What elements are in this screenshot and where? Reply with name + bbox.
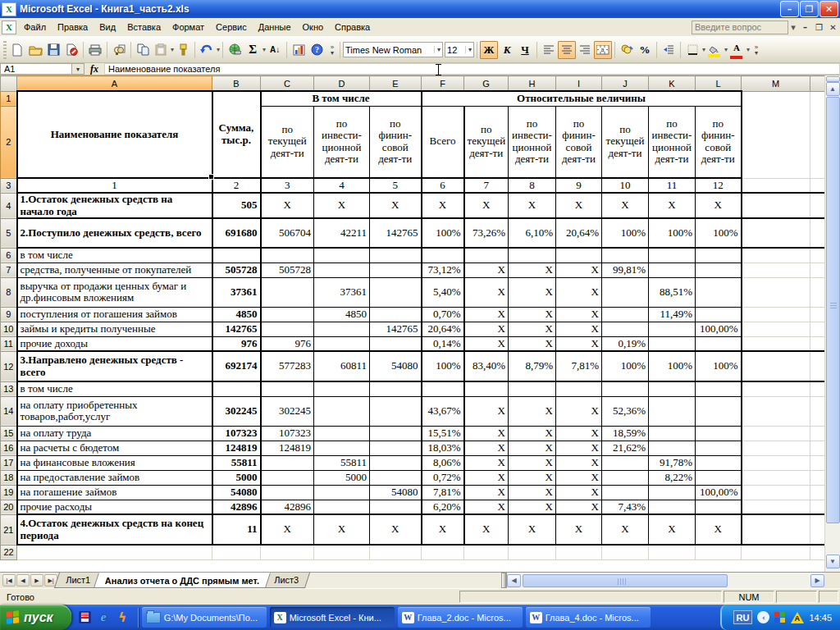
cell-N22[interactable] [810, 545, 825, 559]
cell-L21[interactable]: X [696, 514, 742, 545]
cell-K4[interactable]: X [649, 193, 696, 218]
row-header-10[interactable]: 10 [1, 322, 17, 336]
cell-N8[interactable] [810, 277, 825, 307]
name-box-dropdown-icon[interactable]: ▾ [72, 63, 84, 75]
column-header-D[interactable]: D [314, 76, 370, 92]
cell-E11[interactable] [370, 336, 422, 351]
cell-J6[interactable] [602, 248, 649, 262]
previous-sheet-button[interactable]: ◀ [16, 574, 30, 587]
internet-explorer-icon[interactable]: e [97, 611, 111, 624]
workbook-close-button[interactable]: ✕ [826, 21, 840, 34]
cell-J8[interactable] [602, 277, 649, 307]
row-header-17[interactable]: 17 [1, 455, 17, 470]
cell-J21[interactable]: X [602, 514, 649, 545]
cell-F7[interactable]: 73,12% [422, 262, 464, 277]
row-header-4[interactable]: 4 [1, 193, 17, 218]
cell-B17[interactable]: 55811 [212, 455, 261, 470]
tray-squares-icon[interactable] [774, 612, 786, 623]
menu-Окно[interactable]: Окно [297, 19, 330, 35]
cell-B22[interactable] [212, 545, 261, 559]
cell-K16[interactable] [649, 441, 696, 455]
sort-ascending-button[interactable]: А↓ [266, 41, 284, 59]
selection-fill-handle[interactable] [208, 174, 214, 180]
row-header-2[interactable]: 2 [1, 106, 17, 178]
font-color-dropdown-icon[interactable]: ▾ [746, 46, 750, 53]
cell-E6[interactable] [370, 248, 422, 262]
cell-E3[interactable]: 5 [370, 178, 422, 193]
cell-N20[interactable] [810, 500, 825, 514]
cell-G13[interactable] [464, 381, 509, 396]
cell-A17[interactable]: на финансовые вложения [17, 455, 212, 470]
cell-D17[interactable]: 55811 [314, 455, 370, 470]
cell-G2[interactable]: по текущей деят-ти [464, 106, 509, 178]
horizontal-scroll-thumb[interactable] [523, 574, 728, 587]
cell-C12[interactable]: 577283 [261, 351, 314, 381]
cell-J14[interactable]: 52,36% [602, 396, 649, 426]
taskbar-task-2[interactable]: XMicrosoft Excel - Кни... [270, 607, 395, 628]
cell-G6[interactable] [464, 248, 509, 262]
font-size-combo[interactable]: 12 ▾ [445, 42, 474, 57]
cell-D16[interactable] [314, 441, 370, 455]
cell-J7[interactable]: 99,81% [602, 262, 649, 277]
cell-A15[interactable]: на оплату труда [17, 426, 212, 441]
cell-H19[interactable]: X [509, 485, 556, 500]
cell-J3[interactable]: 10 [602, 178, 649, 193]
autosum-button[interactable]: Σ [244, 41, 262, 59]
cell-B4[interactable]: 505 [212, 193, 261, 218]
cell-M21[interactable] [742, 514, 810, 545]
cell-N1[interactable] [810, 91, 825, 178]
cell-M22[interactable] [742, 545, 810, 559]
save-button[interactable] [44, 41, 62, 59]
next-sheet-button[interactable]: ▶ [30, 574, 43, 587]
open-button[interactable] [26, 41, 44, 59]
cell-N7[interactable] [810, 262, 825, 277]
cell-B7[interactable]: 505728 [212, 262, 261, 277]
cell-H14[interactable]: X [509, 396, 556, 426]
column-header-G[interactable]: G [464, 76, 509, 92]
cell-E2[interactable]: по финин- совой деят-ти [370, 106, 422, 178]
cell-D9[interactable]: 4850 [314, 307, 370, 322]
cell-B9[interactable]: 4850 [212, 307, 261, 322]
cell-J5[interactable]: 100% [602, 218, 649, 248]
cell-F16[interactable]: 18,03% [422, 441, 464, 455]
cell-C18[interactable] [261, 470, 314, 485]
cell-M14[interactable] [742, 396, 810, 426]
cell-A22[interactable] [17, 545, 212, 559]
row-header-1[interactable]: 1 [1, 91, 17, 106]
cell-H9[interactable]: X [509, 307, 556, 322]
cell-A14[interactable]: на оплату приобретенных товаров,работ,ус… [17, 396, 212, 426]
fx-icon[interactable]: fx [84, 63, 104, 75]
workbook-restore-button[interactable]: ❐ [812, 21, 826, 34]
cell-M15[interactable] [742, 426, 810, 441]
cell-C6[interactable] [261, 248, 314, 262]
cell-B21[interactable]: 11 [212, 514, 261, 545]
cell-I3[interactable]: 9 [556, 178, 602, 193]
cell-F11[interactable]: 0,14% [422, 336, 464, 351]
cell-F12[interactable]: 100% [422, 351, 464, 381]
cell-C21[interactable]: X [261, 514, 314, 545]
cell-E7[interactable] [370, 262, 422, 277]
row-header-3[interactable]: 3 [1, 178, 17, 193]
menu-Правка[interactable]: Правка [52, 19, 94, 35]
cell-N4[interactable] [810, 193, 825, 218]
font-name-dropdown-icon[interactable]: ▾ [434, 46, 441, 53]
font-color-button[interactable]: А [728, 39, 746, 61]
cell-A4[interactable]: 1.Остаток денежных средств на начало год… [17, 193, 212, 218]
cell-K14[interactable] [649, 396, 696, 426]
italic-button[interactable]: К [498, 41, 516, 59]
align-center-button[interactable] [558, 41, 576, 59]
menu-Данные[interactable]: Данные [253, 19, 297, 35]
cell-K9[interactable]: 11,49% [649, 307, 696, 322]
cell-C19[interactable] [261, 485, 314, 500]
floppy-quicklaunch-icon[interactable] [78, 611, 92, 624]
cell-B3[interactable]: 2 [212, 178, 261, 193]
cell-L9[interactable] [696, 307, 742, 322]
cell-I16[interactable]: X [556, 441, 602, 455]
cell-A7[interactable]: средства, полученные от покупателей [17, 262, 212, 277]
cell-L13[interactable] [696, 381, 742, 396]
scroll-right-button[interactable]: ▶ [810, 574, 824, 587]
cell-H10[interactable]: X [509, 322, 556, 336]
cell-D6[interactable] [314, 248, 370, 262]
help-button[interactable]: ? [308, 41, 326, 59]
column-header-J[interactable]: J [602, 76, 649, 92]
